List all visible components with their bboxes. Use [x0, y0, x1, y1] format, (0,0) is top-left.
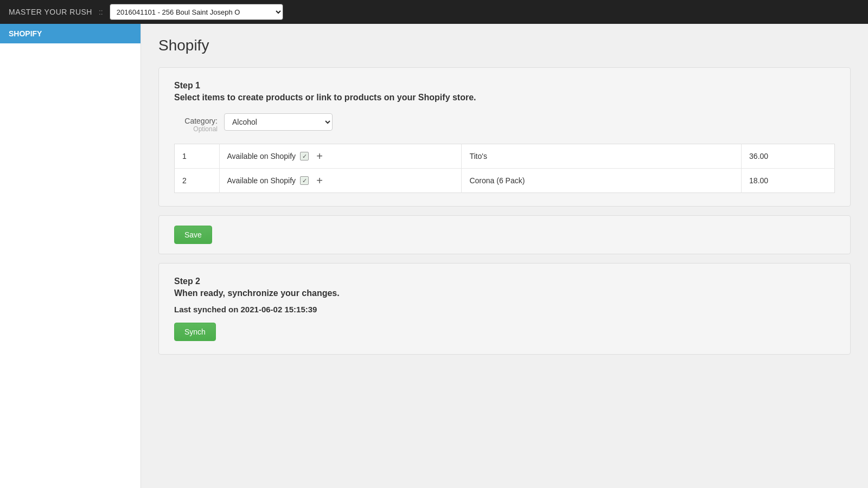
layout: SHOPIFY Shopify Step 1 Select items to c…: [0, 24, 868, 488]
row-num: 2: [175, 169, 220, 193]
available-label-2: Available on Shopify: [227, 176, 296, 185]
app-title: MASTER YOUR RUSH: [9, 8, 92, 16]
items-table: 1 Available on Shopify + Tito's 36.00: [174, 144, 835, 193]
save-section: Save: [158, 215, 851, 254]
available-checkbox-2[interactable]: [300, 176, 309, 185]
step2-card: Step 2 When ready, synchronize your chan…: [158, 263, 851, 355]
add-item-btn-1[interactable]: +: [313, 150, 326, 163]
last-synched-label: Last synched on 2021-06-02 15:15:39: [174, 305, 835, 314]
sidebar: SHOPIFY: [0, 24, 141, 488]
product-price-2: 18.00: [742, 169, 835, 193]
product-name-2: Corona (6 Pack): [462, 169, 742, 193]
step2-description: When ready, synchronize your changes.: [174, 288, 835, 298]
category-select[interactable]: Alcohol: [224, 113, 333, 131]
table-row: 1 Available on Shopify + Tito's 36.00: [175, 144, 835, 169]
table-row: 2 Available on Shopify + Corona (6 Pack)…: [175, 169, 835, 193]
category-label-group: Category: Optional: [174, 113, 218, 133]
category-label: Category:: [184, 117, 218, 125]
add-item-btn-2[interactable]: +: [313, 174, 326, 187]
category-row: Category: Optional Alcohol: [174, 113, 835, 133]
top-bar: MASTER YOUR RUSH :: 2016041101 - 256 Bou…: [0, 0, 868, 24]
step1-description: Select items to create products or link …: [174, 93, 835, 102]
separator: ::: [99, 8, 103, 16]
step2-number: Step 2: [174, 277, 835, 286]
product-price-1: 36.00: [742, 144, 835, 169]
available-cell-2: Available on Shopify +: [219, 169, 462, 193]
main-content: Shopify Step 1 Select items to create pr…: [141, 24, 868, 488]
category-optional-label: Optional: [193, 125, 218, 133]
sidebar-item-shopify[interactable]: SHOPIFY: [0, 24, 141, 43]
product-name-1: Tito's: [462, 144, 742, 169]
page-title: Shopify: [158, 37, 851, 54]
save-button[interactable]: Save: [174, 226, 212, 244]
step1-card: Step 1 Select items to create products o…: [158, 67, 851, 207]
sidebar-item-label: SHOPIFY: [9, 29, 42, 38]
available-cell-1: Available on Shopify +: [219, 144, 462, 169]
row-num: 1: [175, 144, 220, 169]
available-label-1: Available on Shopify: [227, 152, 296, 160]
location-select[interactable]: 2016041101 - 256 Boul Saint Joseph O: [110, 4, 283, 20]
synch-button[interactable]: Synch: [174, 323, 216, 341]
available-checkbox-1[interactable]: [300, 152, 309, 160]
step1-number: Step 1: [174, 81, 835, 91]
